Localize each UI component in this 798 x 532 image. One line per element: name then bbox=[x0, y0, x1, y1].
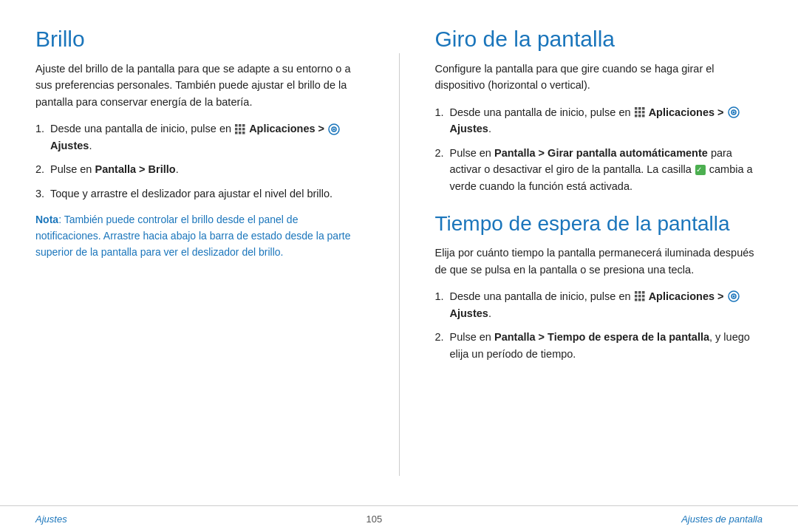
svg-rect-20 bbox=[642, 115, 645, 117]
svg-rect-25 bbox=[638, 291, 641, 294]
svg-rect-24 bbox=[635, 291, 638, 294]
svg-rect-28 bbox=[638, 295, 641, 298]
svg-rect-17 bbox=[642, 111, 645, 114]
giro-step2-text: Pulse en Pantalla > Girar pantalla autom… bbox=[450, 147, 753, 192]
apps-icon-1 bbox=[235, 124, 245, 134]
main-content: Brillo Ajuste del brillo de la pantalla … bbox=[0, 0, 798, 505]
step2-bold: Pantalla > Brillo bbox=[95, 163, 175, 175]
step1-text: Desde una pantalla de inicio, pulse en A… bbox=[50, 123, 341, 151]
giro-step-2: 2. Pulse en Pantalla > Girar pantalla au… bbox=[435, 145, 763, 194]
settings-icon-1 bbox=[328, 123, 340, 135]
svg-point-35 bbox=[732, 296, 734, 298]
settings-icon-2 bbox=[728, 106, 740, 118]
apps-icon-2 bbox=[635, 107, 645, 117]
giro-step1-ajustes-label: Ajustes bbox=[450, 123, 488, 134]
apps-icon-3 bbox=[635, 291, 645, 301]
giro-step2-bold: Pantalla > Girar pantalla automáticament… bbox=[494, 147, 708, 159]
svg-rect-30 bbox=[635, 299, 638, 301]
step-number-2: 2. bbox=[35, 161, 44, 177]
svg-rect-6 bbox=[235, 132, 238, 134]
brillo-step-1: 1. Desde una pantalla de inicio, pulse e… bbox=[35, 120, 364, 154]
brillo-title: Brillo bbox=[35, 27, 364, 52]
tiempo-step1-ajustes-label: Ajustes bbox=[450, 307, 488, 319]
svg-point-23 bbox=[732, 112, 734, 114]
brillo-step-2: 2. Pulse en Pantalla > Brillo. bbox=[35, 161, 364, 177]
svg-rect-15 bbox=[635, 111, 638, 114]
left-column: Brillo Ajuste del brillo de la pantalla … bbox=[35, 27, 364, 491]
tiempo-step1-text: Desde una pantalla de inicio, pulse en A… bbox=[450, 290, 740, 318]
step3-text: Toque y arrastre el deslizador para ajus… bbox=[50, 188, 332, 200]
brillo-steps: 1. Desde una pantalla de inicio, pulse e… bbox=[35, 120, 364, 202]
svg-rect-16 bbox=[638, 111, 641, 114]
svg-rect-7 bbox=[239, 132, 242, 134]
svg-rect-26 bbox=[642, 291, 645, 294]
tiempo-title: Tiempo de espera de la pantalla bbox=[435, 212, 763, 236]
giro-title: Giro de la pantalla bbox=[435, 27, 763, 52]
tiempo-step-1: 1. Desde una pantalla de inicio, pulse e… bbox=[435, 288, 763, 321]
svg-rect-4 bbox=[239, 128, 242, 131]
svg-rect-2 bbox=[242, 124, 245, 127]
tiempo-step-2: 2. Pulse en Pantalla > Tiempo de espera … bbox=[435, 329, 763, 362]
step2-text: Pulse en Pantalla > Brillo. bbox=[50, 163, 179, 175]
footer: Ajustes 105 Ajustes de pantalla bbox=[0, 505, 798, 532]
svg-rect-19 bbox=[638, 115, 641, 117]
giro-step-1: 1. Desde una pantalla de inicio, pulse e… bbox=[435, 104, 763, 137]
giro-step1-text: Desde una pantalla de inicio, pulse en A… bbox=[450, 106, 740, 134]
brillo-step-3: 3. Toque y arrastre el deslizador para a… bbox=[35, 185, 364, 202]
column-divider bbox=[399, 53, 400, 476]
footer-right: Ajustes de pantalla bbox=[681, 514, 763, 525]
brillo-note: Nota: También puede controlar el brillo … bbox=[35, 212, 364, 260]
giro-steps: 1. Desde una pantalla de inicio, pulse e… bbox=[435, 104, 763, 194]
giro-intro: Configure la pantalla para que gire cuan… bbox=[435, 61, 763, 94]
svg-rect-5 bbox=[242, 128, 245, 131]
svg-rect-13 bbox=[638, 107, 641, 110]
svg-rect-12 bbox=[635, 107, 638, 110]
svg-rect-8 bbox=[242, 132, 245, 134]
svg-point-11 bbox=[333, 128, 335, 130]
footer-left: Ajustes bbox=[35, 514, 67, 525]
checkbox-icon bbox=[695, 165, 706, 175]
svg-rect-27 bbox=[635, 295, 638, 298]
right-column: Giro de la pantalla Configure la pantall… bbox=[435, 27, 763, 491]
giro-step1-apps-label: Aplicaciones > bbox=[649, 106, 724, 118]
tiempo-step-number-2: 2. bbox=[435, 329, 444, 345]
tiempo-step2-bold: Pantalla > Tiempo de espera de la pantal… bbox=[494, 331, 709, 343]
settings-icon-3 bbox=[728, 290, 740, 302]
svg-rect-14 bbox=[642, 107, 645, 110]
note-label: Nota bbox=[35, 214, 58, 225]
step-number-3: 3. bbox=[35, 185, 44, 202]
svg-rect-0 bbox=[235, 124, 238, 127]
step1-apps-label: Aplicaciones > bbox=[249, 123, 324, 134]
footer-page: 105 bbox=[366, 514, 383, 525]
tiempo-intro: Elija por cuánto tiempo la pantalla perm… bbox=[435, 245, 763, 278]
giro-step-number-2: 2. bbox=[435, 145, 444, 161]
tiempo-step1-apps-label: Aplicaciones > bbox=[649, 290, 724, 302]
svg-rect-1 bbox=[239, 124, 242, 127]
svg-rect-31 bbox=[638, 299, 641, 301]
brillo-intro: Ajuste del brillo de la pantalla para qu… bbox=[35, 61, 364, 110]
step1-ajustes-label: Ajustes bbox=[50, 140, 89, 151]
svg-rect-3 bbox=[235, 128, 238, 131]
svg-rect-32 bbox=[642, 299, 645, 301]
svg-rect-29 bbox=[642, 295, 645, 298]
tiempo-step-number-1: 1. bbox=[435, 288, 444, 304]
tiempo-step2-text: Pulse en Pantalla > Tiempo de espera de … bbox=[450, 331, 750, 359]
giro-step-number-1: 1. bbox=[435, 104, 444, 120]
svg-rect-18 bbox=[635, 115, 638, 117]
tiempo-steps: 1. Desde una pantalla de inicio, pulse e… bbox=[435, 288, 763, 362]
step-number-1: 1. bbox=[35, 120, 44, 137]
